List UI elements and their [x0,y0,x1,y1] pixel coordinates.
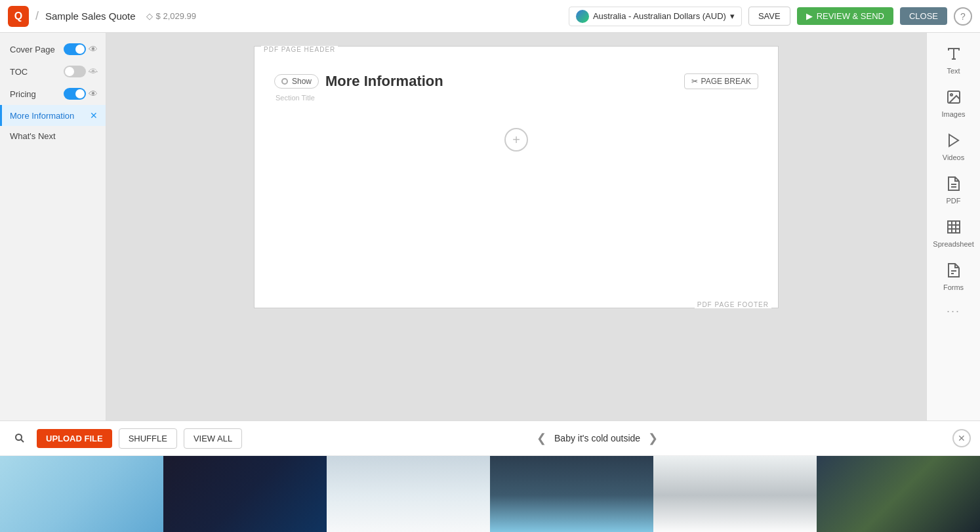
price-display: ◇ $ 2,029.99 [146,11,196,21]
scissors-icon: ✂ [691,77,698,86]
toc-toggle[interactable] [64,66,86,77]
image-thumb-3[interactable] [327,456,490,532]
sidebar-item-more-information[interactable]: More Information ✕ [0,105,106,126]
sidebar-pricing-actions: 👁 [64,88,98,100]
panel-item-videos[interactable]: Videos [931,126,977,167]
shuffle-button[interactable]: SHUFFLE [119,428,177,449]
close-button[interactable]: CLOSE [900,7,947,25]
bottom-title-area: ❮ Baby it's cold outside ❯ [249,431,946,445]
eye-strikethrough-icon: 👁 [89,66,98,77]
more-info-close-icon[interactable]: ✕ [90,110,98,121]
chevron-down-icon: ▾ [730,11,735,21]
toggle-thumb [75,89,85,98]
topbar: Q / Sample Sales Quote ◇ $ 2,029.99 Aust… [0,0,980,33]
section-subtitle: Section Title [276,94,758,102]
next-theme-button[interactable]: ❯ [648,431,658,445]
globe-icon [576,10,589,23]
panel-item-images[interactable]: Images [931,83,977,123]
price-icon: ◇ [146,11,153,21]
toggle-thumb [75,45,85,54]
panel-item-more[interactable]: ··· [931,299,977,323]
text-label: Text [947,67,960,75]
images-label: Images [941,110,965,118]
close-bottom-button[interactable]: ✕ [952,429,971,447]
toggle-thumb [65,67,74,76]
eye-icon: 👁 [89,44,98,54]
region-label: Australia - Australian Dollars (AUD) [593,11,726,21]
sidebar-more-info-actions: ✕ [90,110,98,121]
price-value: $ 2,029.99 [156,11,196,21]
forms-label: Forms [943,283,964,291]
canvas-area: PDF PAGE HEADER Show More Information ✂ … [106,33,926,420]
sidebar-item-whats-next[interactable]: What's Next [0,126,106,146]
image-thumb-6[interactable] [817,456,980,532]
review-send-button[interactable]: ▶ REVIEW & SEND [797,7,893,25]
svg-rect-7 [948,221,960,233]
breadcrumb-slash: / [35,9,39,23]
videos-icon [945,131,963,150]
prev-theme-button[interactable]: ❮ [537,431,546,445]
document-title: Sample Sales Quote [45,10,136,22]
image-thumb-5[interactable] [653,456,817,532]
show-label: Show [292,77,312,86]
sidebar-cover-page-actions: 👁 [64,43,98,55]
search-button[interactable] [9,428,30,449]
show-toggle-button[interactable]: Show [274,74,319,89]
sidebar-item-pricing[interactable]: Pricing 👁 [0,83,106,105]
page-break-button[interactable]: ✂ PAGE BREAK [684,73,758,89]
more-dots: ··· [947,304,960,318]
panel-item-spreadsheet[interactable]: Spreadsheet [931,213,977,253]
toggle-dot [281,78,288,85]
svg-point-14 [16,434,22,440]
svg-marker-4 [949,134,958,146]
image-thumb-2[interactable] [163,456,327,532]
sidebar-toc-label: TOC [10,67,64,77]
panel-item-forms[interactable]: Forms [931,256,977,297]
pricing-toggle[interactable] [64,88,86,100]
sidebar-toc-actions: 👁 [64,66,98,77]
svg-line-15 [21,440,24,442]
pricing-eye-icon: 👁 [89,89,98,99]
region-selector[interactable]: Australia - Australian Dollars (AUD) ▾ [569,7,742,26]
page-break-label: PAGE BREAK [701,77,751,86]
sidebar-item-cover-page[interactable]: Cover Page 👁 [0,38,106,60]
theme-title: Baby it's cold outside [554,433,640,443]
send-icon: ▶ [806,11,813,21]
sidebar-pricing-label: Pricing [10,89,64,99]
bottom-strip: UPLOAD FILE SHUFFLE VIEW ALL ❮ Baby it's… [0,420,980,532]
upload-file-button[interactable]: UPLOAD FILE [37,429,112,448]
page-footer-label: PDF PAGE FOOTER [695,301,771,308]
help-button[interactable]: ? [954,7,972,26]
sidebar-item-toc[interactable]: TOC 👁 [0,60,106,83]
main-content: Cover Page 👁 TOC 👁 Pricing [0,33,980,420]
images-icon [945,88,963,106]
review-send-label: REVIEW & SEND [817,11,884,21]
section-title: More Information [325,73,677,90]
videos-label: Videos [943,153,964,161]
page-inner: Show More Information ✂ PAGE BREAK Secti… [255,47,778,276]
spreadsheet-label: Spreadsheet [933,240,973,248]
app-logo: Q [8,6,29,27]
sidebar: Cover Page 👁 TOC 👁 Pricing [0,33,106,420]
panel-item-pdf[interactable]: PDF [931,169,977,210]
image-thumb-4[interactable] [490,456,653,532]
cover-page-toggle[interactable] [64,43,86,55]
sidebar-whats-next-label: What's Next [10,131,98,141]
document-page: PDF PAGE HEADER Show More Information ✂ … [254,46,779,308]
image-thumb-1[interactable] [0,456,163,532]
bottom-toolbar: UPLOAD FILE SHUFFLE VIEW ALL ❮ Baby it's… [0,421,980,456]
pdf-label: PDF [947,197,961,205]
sidebar-cover-page-label: Cover Page [10,45,64,54]
page-header-label: PDF PAGE HEADER [261,46,338,53]
text-icon [945,45,963,63]
save-button[interactable]: SAVE [748,7,790,26]
view-all-button[interactable]: VIEW ALL [184,428,242,449]
sidebar-more-info-label: More Information [10,111,90,121]
svg-point-3 [950,94,952,96]
spreadsheet-icon [945,218,963,236]
add-content-button[interactable]: + [504,128,528,152]
panel-item-text[interactable]: Text [931,39,977,80]
section-header: Show More Information ✂ PAGE BREAK [274,73,758,90]
forms-icon [945,261,963,279]
right-panel: Text Images Videos [926,33,980,420]
